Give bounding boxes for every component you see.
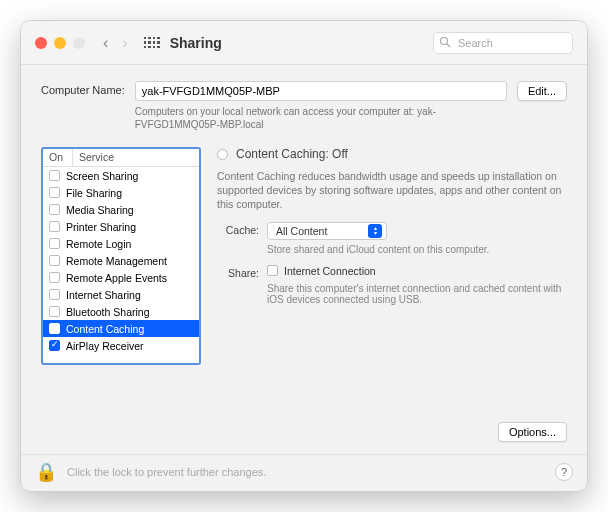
svg-point-0 bbox=[441, 37, 448, 44]
computer-name-input[interactable] bbox=[135, 81, 507, 101]
service-checkbox[interactable] bbox=[49, 221, 60, 232]
services-header: On Service bbox=[43, 149, 199, 167]
close-icon[interactable] bbox=[35, 37, 47, 49]
service-row[interactable]: Remote Apple Events bbox=[43, 269, 199, 286]
search-icon bbox=[439, 36, 451, 48]
service-row[interactable]: Printer Sharing bbox=[43, 218, 199, 235]
footer: 🔒 Click the lock to prevent further chan… bbox=[21, 454, 587, 491]
share-value: Internet Connection bbox=[284, 265, 376, 277]
minimize-icon[interactable] bbox=[54, 37, 66, 49]
service-label: Content Caching bbox=[66, 323, 144, 335]
share-row: Share: Internet Connection bbox=[217, 265, 567, 279]
service-label: Remote Login bbox=[66, 238, 131, 250]
titlebar: ‹ › Sharing bbox=[21, 21, 587, 65]
service-checkbox[interactable] bbox=[49, 187, 60, 198]
detail-title-row: Content Caching: Off bbox=[217, 147, 567, 161]
service-checkbox[interactable] bbox=[49, 255, 60, 266]
cache-select[interactable]: All Content bbox=[267, 222, 387, 240]
col-on: On bbox=[43, 149, 73, 166]
forward-icon: › bbox=[122, 34, 127, 52]
service-checkbox[interactable] bbox=[49, 340, 60, 351]
service-row[interactable]: AirPlay Receiver bbox=[43, 337, 199, 354]
footer-text: Click the lock to prevent further change… bbox=[67, 466, 545, 478]
computer-name-row: Computer Name: Computers on your local n… bbox=[41, 81, 567, 131]
search-input[interactable] bbox=[433, 32, 573, 54]
service-toggle[interactable] bbox=[217, 149, 228, 160]
svg-line-1 bbox=[447, 44, 450, 47]
computer-name-label: Computer Name: bbox=[41, 81, 125, 96]
service-checkbox[interactable] bbox=[49, 306, 60, 317]
service-row[interactable]: Bluetooth Sharing bbox=[43, 303, 199, 320]
share-sub: Share this computer's internet connectio… bbox=[267, 283, 567, 305]
zoom-icon bbox=[73, 37, 85, 49]
cache-row: Cache: All Content bbox=[217, 222, 567, 240]
detail-panel: Content Caching: Off Content Caching red… bbox=[217, 147, 567, 414]
service-checkbox[interactable] bbox=[49, 238, 60, 249]
service-label: File Sharing bbox=[66, 187, 122, 199]
service-label: Internet Sharing bbox=[66, 289, 141, 301]
options-row: Options... bbox=[41, 422, 567, 442]
cache-sub: Store shared and iCloud content on this … bbox=[267, 244, 567, 255]
service-checkbox[interactable] bbox=[49, 272, 60, 283]
service-checkbox[interactable] bbox=[49, 289, 60, 300]
service-checkbox[interactable] bbox=[49, 323, 60, 334]
service-label: Media Sharing bbox=[66, 204, 134, 216]
cache-value: All Content bbox=[276, 225, 327, 237]
service-row[interactable]: Media Sharing bbox=[43, 201, 199, 218]
search-wrap bbox=[433, 32, 573, 54]
service-row[interactable]: Remote Login bbox=[43, 235, 199, 252]
share-checkbox[interactable] bbox=[267, 265, 278, 276]
service-checkbox[interactable] bbox=[49, 170, 60, 181]
col-service: Service bbox=[73, 149, 199, 166]
detail-desc: Content Caching reduces bandwidth usage … bbox=[217, 169, 567, 212]
service-row[interactable]: File Sharing bbox=[43, 184, 199, 201]
share-label: Share: bbox=[217, 265, 259, 279]
service-label: Remote Apple Events bbox=[66, 272, 167, 284]
service-row[interactable]: Remote Management bbox=[43, 252, 199, 269]
computer-name-sub: Computers on your local network can acce… bbox=[135, 105, 507, 131]
preferences-window: ‹ › Sharing Computer Name: Computers on … bbox=[20, 20, 588, 492]
service-label: Screen Sharing bbox=[66, 170, 138, 182]
main-area: On Service Screen SharingFile SharingMed… bbox=[41, 147, 567, 414]
nav-arrows: ‹ › bbox=[103, 34, 128, 52]
service-row[interactable]: Content Caching bbox=[43, 320, 199, 337]
show-all-icon[interactable] bbox=[144, 37, 160, 49]
detail-title: Content Caching: Off bbox=[236, 147, 348, 161]
services-list: On Service Screen SharingFile SharingMed… bbox=[41, 147, 201, 365]
page-title: Sharing bbox=[170, 35, 222, 51]
back-icon[interactable]: ‹ bbox=[103, 34, 108, 52]
service-label: Printer Sharing bbox=[66, 221, 136, 233]
chevron-updown-icon bbox=[368, 224, 382, 238]
help-button[interactable]: ? bbox=[555, 463, 573, 481]
service-label: Bluetooth Sharing bbox=[66, 306, 149, 318]
service-row[interactable]: Internet Sharing bbox=[43, 286, 199, 303]
service-row[interactable]: Screen Sharing bbox=[43, 167, 199, 184]
window-controls bbox=[35, 37, 85, 49]
service-checkbox[interactable] bbox=[49, 204, 60, 215]
edit-button[interactable]: Edit... bbox=[517, 81, 567, 101]
cache-label: Cache: bbox=[217, 222, 259, 236]
service-label: AirPlay Receiver bbox=[66, 340, 144, 352]
service-label: Remote Management bbox=[66, 255, 167, 267]
content: Computer Name: Computers on your local n… bbox=[21, 65, 587, 454]
lock-icon[interactable]: 🔒 bbox=[35, 461, 57, 483]
options-button[interactable]: Options... bbox=[498, 422, 567, 442]
